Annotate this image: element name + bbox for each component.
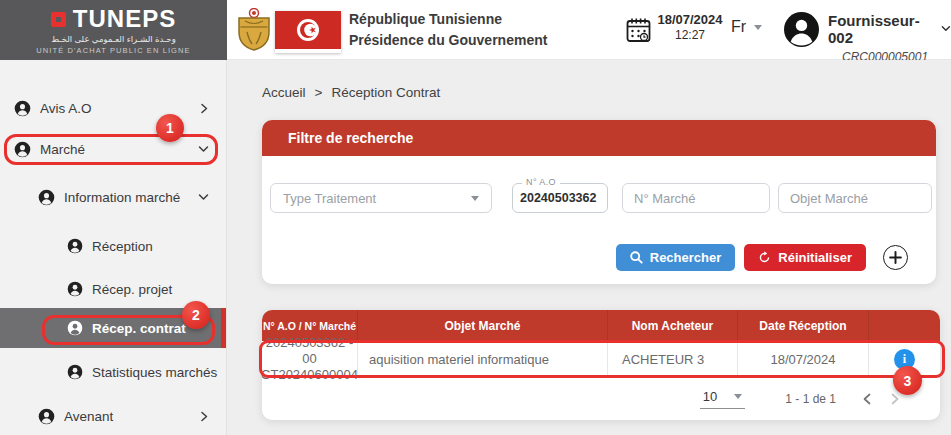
current-time: 12:27	[654, 28, 726, 42]
results-table: N° A.O / N° Marché Objet Marché Nom Ache…	[262, 310, 940, 420]
search-filter-panel: Filtre de recherche Type Traitement N° A…	[262, 120, 936, 284]
user-circle-icon	[14, 100, 31, 117]
cell-objet: aquisition materiel informatique	[358, 341, 608, 377]
user-circle-icon	[38, 189, 55, 206]
main-content: Accueil > Réception Contrat Filtre de re…	[227, 60, 951, 435]
user-menu[interactable]: Fournisseur-002 CRC000005001	[828, 12, 951, 64]
search-icon	[630, 251, 643, 264]
user-circle-icon	[38, 408, 55, 425]
pagination: 10 1 - 1 de 1	[262, 378, 940, 419]
chevron-down-icon	[471, 196, 479, 201]
tuneps-logo-icon	[51, 12, 66, 27]
nao-field-label: N° A.O	[522, 177, 560, 187]
search-button[interactable]: Rechercher	[616, 244, 736, 271]
sidebar-item-label: Marché	[40, 142, 85, 157]
org-line1: République Tunisienne	[349, 9, 547, 30]
type-traitement-select[interactable]: Type Traitement	[270, 183, 492, 213]
user-circle-icon	[14, 141, 31, 158]
datetime-display: 18/07/2024 12:27	[654, 12, 726, 42]
sidebar-item-recep-projet[interactable]: Récep. projet	[0, 273, 226, 305]
calendar-icon	[626, 17, 651, 47]
search-button-label: Rechercher	[650, 250, 722, 265]
annotation-badge-3: 3	[893, 366, 922, 395]
sidebar: Avis A.O Marché Information marché Récep…	[0, 60, 227, 435]
nmarche-value: CT20240600004	[261, 367, 358, 383]
cell-date: 18/07/2024	[738, 341, 869, 377]
tunisia-flag-icon	[275, 11, 341, 53]
cell-nao-nmarche: 20240503362 - 00 CT20240600004	[262, 341, 358, 377]
government-title: République Tunisienne Présidence du Gouv…	[349, 9, 547, 51]
table-row: 20240503362 - 00 CT20240600004 aquisitio…	[262, 341, 940, 378]
previous-page-icon[interactable]	[860, 391, 874, 407]
cell-acheteur: ACHETEUR 3	[608, 341, 738, 377]
user-circle-icon	[67, 364, 83, 380]
sidebar-item-label: Récep. projet	[92, 282, 172, 297]
nao-value: 20240503362 - 00	[262, 335, 357, 367]
tuneps-arabic-tagline: وحـدة الشـراء العـمومي على الخـط	[51, 34, 176, 44]
chevron-down-icon	[754, 25, 762, 30]
sidebar-item-avenant[interactable]: Avenant	[0, 400, 226, 432]
objet-marche-input[interactable]	[778, 183, 932, 213]
sidebar-item-information-marche[interactable]: Information marché	[0, 181, 226, 213]
user-circle-icon	[67, 320, 83, 336]
col-header-date: Date Réception	[738, 310, 869, 341]
sidebar-item-label: Récep. contrat	[92, 321, 186, 336]
user-circle-icon	[67, 238, 83, 254]
filter-panel-title: Filtre de recherche	[262, 120, 936, 156]
tuneps-subtitle: UNITÉ D'ACHAT PUBLIC EN LIGNE	[36, 46, 190, 55]
tunisia-coat-of-arms-icon	[236, 8, 272, 56]
col-header-actions	[869, 310, 940, 341]
page-size-value: 10	[703, 389, 717, 404]
breadcrumb-current: Réception Contrat	[331, 85, 440, 100]
chevron-down-icon	[198, 193, 209, 202]
nao-input[interactable]	[513, 184, 607, 212]
reset-button-label: Réinitialiser	[778, 250, 852, 265]
refresh-icon	[758, 251, 771, 264]
sidebar-item-marche[interactable]: Marché	[0, 133, 226, 165]
sidebar-item-label: Information marché	[64, 190, 180, 205]
sidebar-item-label: Réception	[92, 239, 153, 254]
org-line2: Présidence du Gouvernement	[349, 30, 547, 51]
breadcrumb: Accueil > Réception Contrat	[262, 85, 440, 100]
sidebar-item-label: Avenant	[64, 409, 113, 424]
pagination-range: 1 - 1 de 1	[785, 392, 836, 406]
table-header-row: N° A.O / N° Marché Objet Marché Nom Ache…	[262, 310, 940, 341]
language-label: Fr	[731, 18, 746, 36]
sidebar-item-label: Avis A.O	[40, 101, 92, 116]
reset-button[interactable]: Réinitialiser	[744, 244, 866, 271]
chevron-down-icon	[941, 25, 951, 33]
nmarche-input[interactable]	[622, 183, 770, 213]
breadcrumb-separator: >	[315, 85, 323, 100]
sidebar-item-avis-ao[interactable]: Avis A.O	[0, 92, 226, 124]
chevron-down-icon	[734, 394, 742, 399]
type-traitement-placeholder: Type Traitement	[283, 191, 376, 206]
topbar: République Tunisienne Présidence du Gouv…	[227, 0, 951, 60]
current-date: 18/07/2024	[654, 12, 726, 27]
col-header-objet: Objet Marché	[358, 310, 608, 341]
plus-circle-icon[interactable]	[883, 245, 908, 270]
annotation-badge-2: 2	[182, 301, 210, 329]
page-size-select[interactable]: 10	[700, 389, 745, 409]
sidebar-item-label: Statistiques marchés	[92, 365, 217, 380]
language-selector[interactable]: Fr	[731, 18, 762, 36]
chevron-down-icon	[198, 145, 209, 154]
sidebar-item-statistiques-marches[interactable]: Statistiques marchés	[0, 356, 226, 388]
tuneps-logo-text: TUNEPS	[73, 5, 176, 33]
nao-field-wrapper: N° A.O	[512, 183, 608, 213]
user-circle-icon	[67, 281, 83, 297]
chevron-right-icon	[200, 411, 209, 422]
app-window: TUNEPS وحـدة الشـراء العـمومي على الخـط …	[0, 0, 951, 435]
user-avatar[interactable]	[784, 12, 819, 51]
col-header-acheteur: Nom Acheteur	[608, 310, 738, 341]
tuneps-logo: TUNEPS وحـدة الشـراء العـمومي على الخـط …	[0, 0, 227, 60]
breadcrumb-home[interactable]: Accueil	[262, 85, 306, 100]
user-name: Fournisseur-002	[828, 12, 931, 46]
annotation-badge-1: 1	[156, 114, 184, 142]
sidebar-item-reception[interactable]: Réception	[0, 230, 226, 262]
chevron-right-icon	[200, 103, 209, 114]
